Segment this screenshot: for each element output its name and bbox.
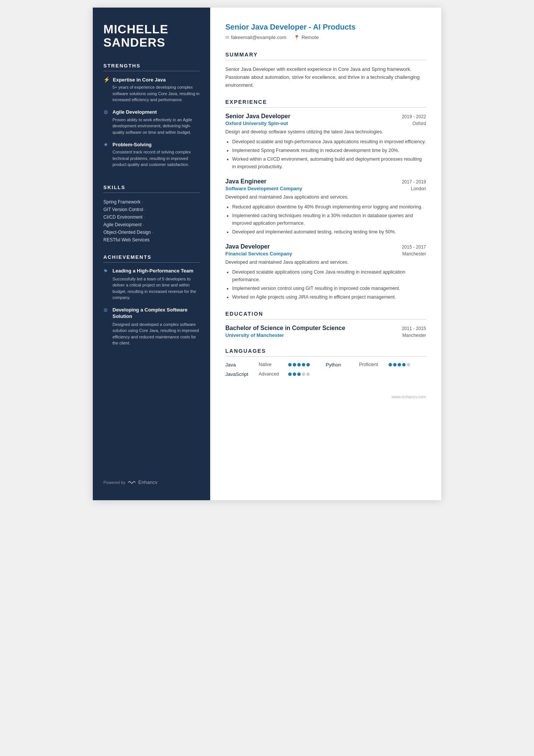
strength-desc: Consistent track record of solving compl… xyxy=(103,149,200,168)
skill-item: Object-Oriented Design xyxy=(103,229,200,236)
exp-dates: 2015 - 2017 xyxy=(402,244,426,250)
skill-item: Spring Framework xyxy=(103,198,200,206)
lang-name: Java xyxy=(225,362,256,368)
edu-second-row: University of Manchester Manchester xyxy=(225,332,426,338)
exp-top-row: Java Developer 2015 - 2017 xyxy=(225,243,426,250)
powered-by-label: Powered by xyxy=(103,480,125,485)
website: www.enhancv.com xyxy=(392,394,426,399)
skill-item: GIT Version Control xyxy=(103,206,200,213)
exp-dates: 2017 - 2019 xyxy=(402,179,426,185)
job-title: Senior Java Developer - AI Products xyxy=(225,23,426,31)
main-content: Senior Java Developer - AI Products ✉ fa… xyxy=(210,8,441,500)
strength-title: Agile Development xyxy=(112,109,157,115)
edu-school: University of Manchester xyxy=(225,332,284,338)
exp-desc: Design and develop software systems util… xyxy=(225,128,426,136)
summary-text: Senior Java Developer with excellent exp… xyxy=(225,66,426,89)
dot-filled xyxy=(293,373,296,376)
gear-icon: ⚙ xyxy=(103,109,109,115)
lang-name: JavaScript xyxy=(225,371,256,377)
exp-bullets: Developed scalable and high-performance … xyxy=(225,138,426,171)
lang-name: Python xyxy=(326,362,356,368)
achievement-title: Leading a High-Performance Team xyxy=(112,268,194,274)
exp-location: Oxford xyxy=(412,121,426,126)
contact-row: ✉ fakeemail@example.com 📍 Remote xyxy=(225,34,426,40)
summary-section: SUMMARY Senior Java Developer with excel… xyxy=(225,52,426,89)
bullet-item: Implemented version control using GIT re… xyxy=(232,285,426,292)
lang-level: Advanced xyxy=(259,371,285,377)
bullet-item: Worked on Agile projects using JIRA resu… xyxy=(232,293,426,301)
candidate-name: MICHELLE SANDERS xyxy=(103,23,200,49)
strength-item: ⚡ Expertise in Core Java 5+ years of exp… xyxy=(103,77,200,103)
skills-title: SKILLS xyxy=(103,185,200,193)
email-icon: ✉ xyxy=(225,35,229,40)
dot-empty xyxy=(302,373,305,376)
exp-desc: Developed and maintained Java applicatio… xyxy=(225,259,426,266)
enhancv-brand: Enhancv xyxy=(138,479,158,485)
exp-role: Java Developer xyxy=(225,243,270,250)
exp-company: Financial Services Company xyxy=(225,251,292,257)
gear-icon: ⚙ xyxy=(103,307,109,313)
edu-location: Manchester xyxy=(402,333,426,338)
exp-top-row: Senior Java Developer 2019 - 2022 xyxy=(225,113,426,120)
dot-filled xyxy=(288,363,292,366)
strength-header: ★ Problem-Solving xyxy=(103,141,200,147)
lang-level: Proficient xyxy=(359,362,386,367)
lang-row: Java Native xyxy=(225,362,326,368)
exp-entry: Java Engineer 2017 - 2019 Software Devel… xyxy=(225,178,426,236)
dot-filled xyxy=(306,363,310,366)
experience-title: EXPERIENCE xyxy=(225,99,426,108)
skill-item: Agile Development xyxy=(103,221,200,229)
exp-role: Java Engineer xyxy=(225,178,267,185)
strength-title: Expertise in Core Java xyxy=(113,77,166,83)
lang-dots xyxy=(288,363,310,366)
strength-item: ★ Problem-Solving Consistent track recor… xyxy=(103,141,200,168)
achievement-header: ⚑ Leading a High-Performance Team xyxy=(103,268,200,274)
dot-filled xyxy=(389,363,392,366)
exp-second-row: Financial Services Company Manchester xyxy=(225,251,426,257)
strength-header: ⚙ Agile Development xyxy=(103,109,200,115)
email-value: fakeemail@example.com xyxy=(231,34,286,40)
exp-bullets: Reduced application downtime by 40% thro… xyxy=(225,203,426,236)
exp-second-row: Software Development Company London xyxy=(225,186,426,191)
dot-filled xyxy=(288,373,292,376)
exp-entry: Senior Java Developer 2019 - 2022 Oxford… xyxy=(225,113,426,171)
enhancv-logo-icon xyxy=(128,480,136,485)
job-title-row: Senior Java Developer - AI Products ✉ fa… xyxy=(225,23,426,40)
exp-location: London xyxy=(411,186,426,191)
lang-level: Native xyxy=(259,362,285,367)
education-title: EDUCATION xyxy=(225,311,426,319)
resume-wrapper: MICHELLE SANDERS STRENGTHS ⚡ Expertise i… xyxy=(93,8,441,500)
main-footer: www.enhancv.com xyxy=(225,387,426,399)
skill-item: RESTful Web Services xyxy=(103,236,200,244)
exp-role: Senior Java Developer xyxy=(225,113,290,120)
skill-item: CI/CD Environment xyxy=(103,213,200,221)
skills-section: SKILLS Spring Framework GIT Version Cont… xyxy=(103,185,200,244)
edu-dates: 2011 - 2015 xyxy=(402,326,426,331)
bullet-item: Implemented Spring Framework resulting i… xyxy=(232,147,426,154)
powered-by: Powered by Enhancv xyxy=(103,479,200,485)
lang-dots xyxy=(389,363,410,366)
exp-dates: 2019 - 2022 xyxy=(402,114,426,119)
achievement-desc: Successfully led a team of 5 developers … xyxy=(103,276,200,301)
strength-desc: Proven ability to work effectively in an… xyxy=(103,117,200,136)
achievement-title: Developing a Complex Software Solution xyxy=(112,307,200,320)
location-contact: 📍 Remote xyxy=(294,34,319,40)
achievement-item: ⚑ Leading a High-Performance Team Succes… xyxy=(103,268,200,301)
bullet-item: Worked within a CI/CD environment, autom… xyxy=(232,155,426,171)
achievement-desc: Designed and developed a complex softwar… xyxy=(103,321,200,346)
exp-bullets: Developed scalable applications using Co… xyxy=(225,268,426,301)
star-icon: ★ xyxy=(103,141,109,147)
strengths-section: STRENGTHS ⚡ Expertise in Core Java 5+ ye… xyxy=(103,63,200,174)
achievements-section: ACHIEVEMENTS ⚑ Leading a High-Performanc… xyxy=(103,254,200,352)
achievements-title: ACHIEVEMENTS xyxy=(103,254,200,263)
dot-filled xyxy=(302,363,305,366)
location-value: Remote xyxy=(301,34,319,40)
name-block: MICHELLE SANDERS xyxy=(103,23,200,49)
lang-dots xyxy=(288,373,310,376)
bullet-item: Developed scalable and high-performance … xyxy=(232,138,426,146)
edu-entry: Bachelor of Science in Computer Science … xyxy=(225,325,426,338)
languages-grid: Java Native Python Proficient xyxy=(225,362,426,377)
sidebar-footer: Powered by Enhancv xyxy=(103,472,200,485)
dot-filled xyxy=(297,363,301,366)
strength-item: ⚙ Agile Development Proven ability to wo… xyxy=(103,109,200,136)
